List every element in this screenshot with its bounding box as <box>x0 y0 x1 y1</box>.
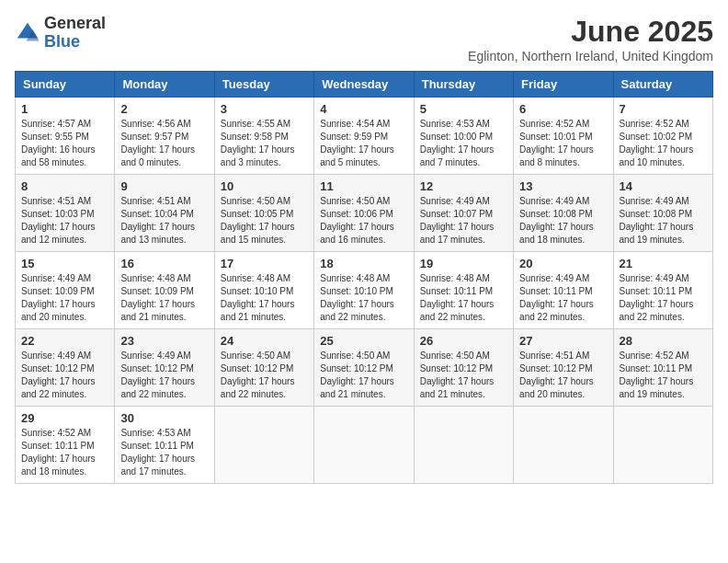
calendar-week-row: 8Sunrise: 4:51 AMSunset: 10:03 PMDayligh… <box>16 175 713 252</box>
day-number: 3 <box>221 102 308 116</box>
day-info: Sunrise: 4:50 AMSunset: 10:12 PMDaylight… <box>420 350 507 401</box>
day-number: 28 <box>620 334 707 348</box>
calendar-cell <box>414 407 513 484</box>
day-number: 16 <box>120 257 208 270</box>
calendar-cell: 25Sunrise: 4:50 AMSunset: 10:12 PMDaylig… <box>314 329 414 407</box>
day-number: 18 <box>320 257 407 270</box>
title-block: June 2025 Eglinton, Northern Ireland, Un… <box>468 15 713 63</box>
calendar-cell: 14Sunrise: 4:49 AMSunset: 10:08 PMDaylig… <box>613 175 712 252</box>
day-number: 6 <box>519 102 607 116</box>
day-info: Sunrise: 4:48 AMSunset: 10:11 PMDaylight… <box>420 272 507 324</box>
day-info: Sunrise: 4:51 AMSunset: 10:12 PMDaylight… <box>519 350 607 401</box>
day-info: Sunrise: 4:55 AMSunset: 9:58 PMDaylight:… <box>221 118 308 169</box>
calendar-week-row: 15Sunrise: 4:49 AMSunset: 10:09 PMDaylig… <box>16 252 713 329</box>
day-number: 4 <box>320 102 407 116</box>
day-number: 13 <box>519 179 607 193</box>
day-number: 15 <box>21 257 108 270</box>
calendar-week-row: 29Sunrise: 4:52 AMSunset: 10:11 PMDaylig… <box>16 407 713 484</box>
day-info: Sunrise: 4:50 AMSunset: 10:06 PMDaylight… <box>320 195 407 247</box>
day-info: Sunrise: 4:49 AMSunset: 10:12 PMDaylight… <box>120 350 208 401</box>
calendar-cell: 9Sunrise: 4:51 AMSunset: 10:04 PMDayligh… <box>115 175 214 252</box>
calendar-cell: 22Sunrise: 4:49 AMSunset: 10:12 PMDaylig… <box>16 329 115 407</box>
day-info: Sunrise: 4:52 AMSunset: 10:01 PMDaylight… <box>519 118 607 169</box>
day-number: 12 <box>420 179 507 193</box>
calendar-cell: 5Sunrise: 4:53 AMSunset: 10:00 PMDayligh… <box>414 98 513 175</box>
calendar-cell: 11Sunrise: 4:50 AMSunset: 10:06 PMDaylig… <box>314 175 414 252</box>
day-info: Sunrise: 4:49 AMSunset: 10:12 PMDaylight… <box>21 350 108 401</box>
page-header: General Blue June 2025 Eglinton, Norther… <box>15 15 713 63</box>
day-info: Sunrise: 4:49 AMSunset: 10:08 PMDaylight… <box>519 195 607 247</box>
calendar-cell: 10Sunrise: 4:50 AMSunset: 10:05 PMDaylig… <box>214 175 313 252</box>
day-number: 29 <box>21 411 108 425</box>
day-info: Sunrise: 4:52 AMSunset: 10:11 PMDaylight… <box>620 350 707 401</box>
calendar-cell <box>214 407 313 484</box>
calendar-cell: 29Sunrise: 4:52 AMSunset: 10:11 PMDaylig… <box>16 407 115 484</box>
day-info: Sunrise: 4:57 AMSunset: 9:55 PMDaylight:… <box>21 118 108 169</box>
day-number: 9 <box>120 179 208 193</box>
day-number: 8 <box>21 179 108 193</box>
calendar-table: SundayMondayTuesdayWednesdayThursdayFrid… <box>15 71 713 484</box>
calendar-cell: 24Sunrise: 4:50 AMSunset: 10:12 PMDaylig… <box>214 329 313 407</box>
day-number: 22 <box>21 334 108 348</box>
day-number: 19 <box>420 257 507 270</box>
weekday-header-monday: Monday <box>115 72 214 98</box>
logo: General Blue <box>15 15 106 52</box>
calendar-cell: 12Sunrise: 4:49 AMSunset: 10:07 PMDaylig… <box>414 175 513 252</box>
calendar-cell: 4Sunrise: 4:54 AMSunset: 9:59 PMDaylight… <box>314 98 414 175</box>
calendar-cell: 1Sunrise: 4:57 AMSunset: 9:55 PMDaylight… <box>16 98 115 175</box>
day-info: Sunrise: 4:53 AMSunset: 10:11 PMDaylight… <box>120 427 208 478</box>
logo-icon <box>15 20 40 46</box>
day-info: Sunrise: 4:51 AMSunset: 10:03 PMDaylight… <box>21 195 108 247</box>
weekday-header-thursday: Thursday <box>414 72 513 98</box>
day-info: Sunrise: 4:51 AMSunset: 10:04 PMDaylight… <box>120 195 208 247</box>
calendar-header-row: SundayMondayTuesdayWednesdayThursdayFrid… <box>16 72 713 98</box>
calendar-cell: 20Sunrise: 4:49 AMSunset: 10:11 PMDaylig… <box>514 252 613 329</box>
weekday-header-friday: Friday <box>514 72 613 98</box>
calendar-cell: 26Sunrise: 4:50 AMSunset: 10:12 PMDaylig… <box>414 329 513 407</box>
day-info: Sunrise: 4:48 AMSunset: 10:10 PMDaylight… <box>221 272 308 324</box>
day-info: Sunrise: 4:52 AMSunset: 10:11 PMDaylight… <box>21 427 108 478</box>
calendar-week-row: 22Sunrise: 4:49 AMSunset: 10:12 PMDaylig… <box>16 329 713 407</box>
calendar-cell: 21Sunrise: 4:49 AMSunset: 10:11 PMDaylig… <box>613 252 712 329</box>
day-info: Sunrise: 4:48 AMSunset: 10:10 PMDaylight… <box>320 272 407 324</box>
calendar-cell: 23Sunrise: 4:49 AMSunset: 10:12 PMDaylig… <box>115 329 214 407</box>
weekday-header-tuesday: Tuesday <box>214 72 313 98</box>
logo-blue: Blue <box>44 33 106 52</box>
day-number: 7 <box>620 102 707 116</box>
day-info: Sunrise: 4:50 AMSunset: 10:12 PMDaylight… <box>320 350 407 401</box>
day-info: Sunrise: 4:49 AMSunset: 10:08 PMDaylight… <box>620 195 707 247</box>
day-number: 14 <box>620 179 707 193</box>
day-info: Sunrise: 4:49 AMSunset: 10:09 PMDaylight… <box>21 272 108 324</box>
calendar-cell: 7Sunrise: 4:52 AMSunset: 10:02 PMDayligh… <box>613 98 712 175</box>
calendar-cell: 19Sunrise: 4:48 AMSunset: 10:11 PMDaylig… <box>414 252 513 329</box>
day-info: Sunrise: 4:54 AMSunset: 9:59 PMDaylight:… <box>320 118 407 169</box>
location-subtitle: Eglinton, Northern Ireland, United Kingd… <box>468 49 713 63</box>
day-number: 2 <box>120 102 208 116</box>
calendar-cell: 15Sunrise: 4:49 AMSunset: 10:09 PMDaylig… <box>16 252 115 329</box>
day-info: Sunrise: 4:52 AMSunset: 10:02 PMDaylight… <box>620 118 707 169</box>
calendar-cell: 28Sunrise: 4:52 AMSunset: 10:11 PMDaylig… <box>613 329 712 407</box>
day-number: 24 <box>221 334 308 348</box>
calendar-cell: 17Sunrise: 4:48 AMSunset: 10:10 PMDaylig… <box>214 252 313 329</box>
day-info: Sunrise: 4:48 AMSunset: 10:09 PMDaylight… <box>120 272 208 324</box>
day-number: 23 <box>120 334 208 348</box>
day-number: 20 <box>519 257 607 270</box>
calendar-cell <box>314 407 414 484</box>
day-info: Sunrise: 4:49 AMSunset: 10:11 PMDaylight… <box>519 272 607 324</box>
calendar-cell <box>613 407 712 484</box>
day-number: 1 <box>21 102 108 116</box>
day-number: 21 <box>620 257 707 270</box>
weekday-header-sunday: Sunday <box>16 72 115 98</box>
calendar-cell: 18Sunrise: 4:48 AMSunset: 10:10 PMDaylig… <box>314 252 414 329</box>
calendar-cell: 30Sunrise: 4:53 AMSunset: 10:11 PMDaylig… <box>115 407 214 484</box>
day-info: Sunrise: 4:53 AMSunset: 10:00 PMDaylight… <box>420 118 507 169</box>
weekday-header-saturday: Saturday <box>613 72 712 98</box>
calendar-cell: 13Sunrise: 4:49 AMSunset: 10:08 PMDaylig… <box>514 175 613 252</box>
day-number: 26 <box>420 334 507 348</box>
weekday-header-wednesday: Wednesday <box>314 72 414 98</box>
calendar-cell: 6Sunrise: 4:52 AMSunset: 10:01 PMDayligh… <box>514 98 613 175</box>
day-number: 11 <box>320 179 407 193</box>
day-number: 27 <box>519 334 607 348</box>
month-title: June 2025 <box>468 15 713 49</box>
day-info: Sunrise: 4:50 AMSunset: 10:05 PMDaylight… <box>221 195 308 247</box>
